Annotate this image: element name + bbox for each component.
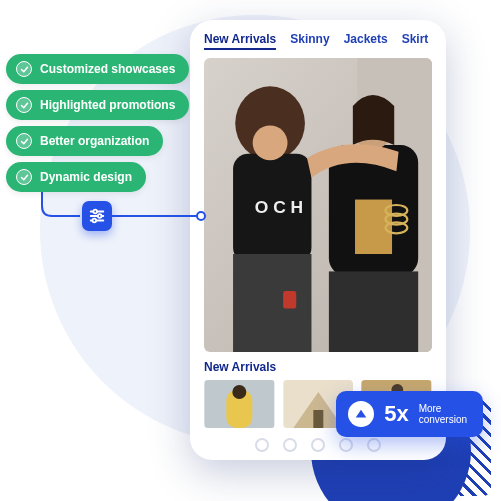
- feature-pill-label: Highlighted promotions: [40, 98, 175, 112]
- conversion-value: 5x: [384, 401, 408, 427]
- svg-point-23: [232, 385, 246, 399]
- tab-skirt[interactable]: Skirt: [402, 32, 429, 50]
- svg-text:O C H: O C H: [255, 197, 303, 217]
- check-icon: [16, 133, 32, 149]
- category-tabs: New Arrivals Skinny Jackets Skirt: [204, 32, 432, 50]
- svg-point-5: [93, 219, 97, 223]
- arrow-up-icon: [348, 401, 374, 427]
- dot[interactable]: [367, 438, 381, 452]
- svg-rect-15: [329, 271, 418, 352]
- check-icon: [16, 97, 32, 113]
- pagination-dots: [204, 438, 432, 452]
- connector-endpoint: [196, 211, 206, 221]
- dot[interactable]: [255, 438, 269, 452]
- feature-pill: Better organization: [6, 126, 163, 156]
- dot[interactable]: [283, 438, 297, 452]
- dot[interactable]: [311, 438, 325, 452]
- feature-pill: Dynamic design: [6, 162, 146, 192]
- check-icon: [16, 169, 32, 185]
- feature-pill: Highlighted promotions: [6, 90, 189, 120]
- thumbnail[interactable]: [204, 380, 275, 428]
- hero-image: O C H: [204, 58, 432, 352]
- feature-pill-list: Customized showcases Highlighted promoti…: [6, 54, 189, 192]
- section-title: New Arrivals: [204, 360, 432, 374]
- feature-pill: Customized showcases: [6, 54, 189, 84]
- feature-pill-label: Better organization: [40, 134, 149, 148]
- filter-icon: [82, 201, 112, 231]
- tab-jackets[interactable]: Jackets: [344, 32, 388, 50]
- svg-point-11: [253, 126, 288, 161]
- svg-rect-10: [233, 254, 311, 352]
- svg-rect-20: [283, 291, 296, 308]
- tab-new-arrivals[interactable]: New Arrivals: [204, 32, 276, 50]
- svg-rect-26: [313, 410, 323, 428]
- svg-point-3: [98, 214, 102, 218]
- check-icon: [16, 61, 32, 77]
- tab-skinny[interactable]: Skinny: [290, 32, 329, 50]
- feature-pill-label: Customized showcases: [40, 62, 175, 76]
- dot[interactable]: [339, 438, 353, 452]
- conversion-label: More conversion: [419, 403, 467, 426]
- conversion-badge: 5x More conversion: [336, 391, 483, 437]
- feature-pill-label: Dynamic design: [40, 170, 132, 184]
- svg-point-1: [93, 210, 97, 214]
